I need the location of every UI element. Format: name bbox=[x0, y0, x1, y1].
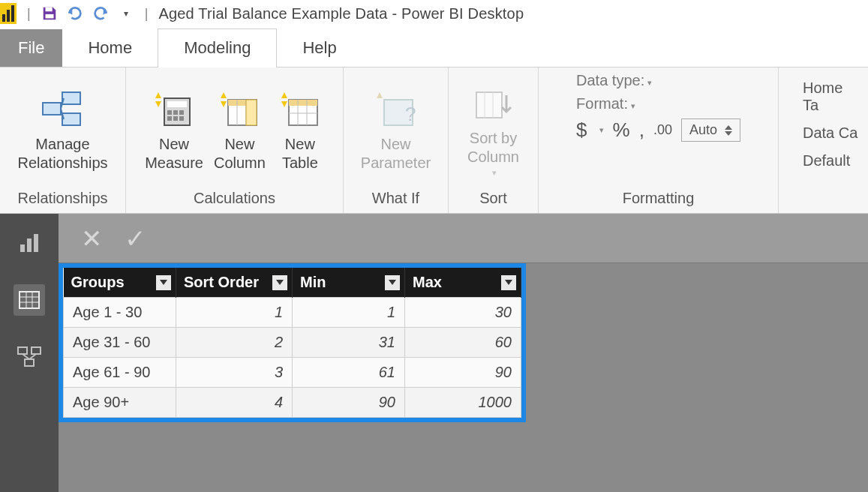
data-view-button[interactable] bbox=[14, 284, 45, 316]
cell-group[interactable]: Age 61 - 90 bbox=[64, 358, 176, 388]
comma-button[interactable]: , bbox=[639, 118, 644, 142]
svg-rect-1 bbox=[45, 14, 53, 18]
redo-button[interactable] bbox=[91, 4, 110, 23]
ribbon: Manage Relationships Relationships New M… bbox=[0, 68, 868, 214]
ribbon-group-relationships: Manage Relationships Relationships bbox=[0, 68, 126, 213]
cell-sort[interactable]: 2 bbox=[176, 328, 293, 358]
svg-rect-19 bbox=[246, 100, 257, 125]
data-table: Groups Sort Order Min Max bbox=[59, 263, 526, 422]
sort-by-column-button[interactable]: Sort by Column ▾ bbox=[467, 80, 519, 178]
new-measure-label: New Measure bbox=[145, 135, 203, 172]
data-category-dropdown[interactable]: Data Ca bbox=[803, 124, 857, 142]
svg-rect-38 bbox=[18, 347, 27, 354]
table-row[interactable]: Age 90+ 4 90 1000 bbox=[64, 388, 521, 418]
tab-help[interactable]: Help bbox=[277, 29, 362, 67]
cell-min[interactable]: 90 bbox=[293, 388, 405, 418]
sort-by-column-icon bbox=[469, 80, 517, 128]
save-button[interactable] bbox=[40, 4, 59, 23]
undo-button[interactable] bbox=[65, 4, 85, 23]
datatype-label: Data type: bbox=[576, 72, 644, 88]
cell-max[interactable]: 30 bbox=[405, 298, 521, 328]
view-rail bbox=[0, 214, 59, 492]
decimal-places-input[interactable]: Auto bbox=[681, 118, 740, 142]
chevron-down-icon: ▾ bbox=[647, 78, 652, 87]
svg-rect-14 bbox=[179, 116, 184, 121]
cell-sort[interactable]: 3 bbox=[176, 358, 293, 388]
table-row[interactable]: Age 31 - 60 2 31 60 bbox=[64, 328, 521, 358]
cell-min[interactable]: 31 bbox=[293, 328, 405, 358]
ribbon-group-sort: Sort by Column ▾ Sort bbox=[449, 68, 539, 213]
title-bar: | ▾ | Aged Trial Balance Example Data - … bbox=[0, 0, 868, 27]
svg-rect-0 bbox=[45, 8, 52, 12]
column-header-label: Max bbox=[413, 274, 442, 290]
cell-sort[interactable]: 4 bbox=[176, 388, 293, 418]
table-row[interactable]: Age 1 - 30 1 1 30 bbox=[64, 298, 521, 328]
datatype-dropdown[interactable]: Data type:▾ bbox=[576, 72, 652, 89]
new-measure-button[interactable]: New Measure bbox=[145, 86, 203, 172]
new-table-button[interactable]: New Table bbox=[276, 86, 324, 172]
ribbon-group-formatting: Data type:▾ Format:▾ $▾ % , .00 Auto For… bbox=[539, 68, 779, 213]
column-header-label: Sort Order bbox=[184, 274, 259, 290]
new-parameter-button[interactable]: ? New Parameter bbox=[361, 86, 431, 172]
cell-max[interactable]: 90 bbox=[405, 358, 521, 388]
menu-tabs: File Home Modeling Help bbox=[0, 27, 868, 68]
column-filter-dropdown[interactable] bbox=[385, 275, 400, 290]
manage-relationships-button[interactable]: Manage Relationships bbox=[17, 86, 107, 172]
cell-group[interactable]: Age 90+ bbox=[64, 388, 176, 418]
column-header-sort-order[interactable]: Sort Order bbox=[176, 268, 293, 298]
separator: | bbox=[27, 6, 31, 22]
home-table-dropdown[interactable]: Home Ta bbox=[803, 80, 859, 114]
cell-min[interactable]: 1 bbox=[293, 298, 405, 328]
format-dropdown[interactable]: Format:▾ bbox=[576, 95, 635, 112]
quick-access-customize[interactable]: ▾ bbox=[116, 4, 136, 23]
tab-modeling[interactable]: Modeling bbox=[158, 28, 277, 68]
column-filter-dropdown[interactable] bbox=[156, 275, 171, 290]
svg-rect-27 bbox=[476, 92, 502, 118]
new-column-button[interactable]: New Column bbox=[214, 86, 266, 172]
column-header-max[interactable]: Max bbox=[405, 268, 521, 298]
window-title: Aged Trial Balance Example Data - Power … bbox=[158, 5, 524, 22]
spinner-icon bbox=[725, 125, 732, 136]
percent-button[interactable]: % bbox=[613, 118, 630, 142]
new-table-label: New Table bbox=[282, 135, 318, 172]
main-area: ✕ ✓ Groups Sort Order bbox=[0, 214, 868, 492]
report-view-button[interactable] bbox=[14, 227, 45, 259]
ribbon-group-label: Sort bbox=[479, 185, 507, 210]
currency-button[interactable]: $ bbox=[576, 118, 587, 142]
table-body: Age 1 - 30 1 1 30 Age 31 - 60 2 31 60 Ag… bbox=[64, 298, 521, 418]
svg-rect-11 bbox=[179, 110, 184, 115]
decimal-button[interactable]: .00 bbox=[653, 122, 672, 138]
tab-file[interactable]: File bbox=[0, 29, 62, 67]
column-header-groups[interactable]: Groups bbox=[64, 268, 176, 298]
cell-max[interactable]: 60 bbox=[405, 328, 521, 358]
cell-max[interactable]: 1000 bbox=[405, 388, 521, 418]
formula-bar[interactable]: ✕ ✓ bbox=[59, 214, 868, 263]
column-filter-dropdown[interactable] bbox=[272, 275, 287, 290]
work-surface: ✕ ✓ Groups Sort Order bbox=[59, 214, 868, 492]
tab-home[interactable]: Home bbox=[62, 29, 158, 67]
cell-sort[interactable]: 1 bbox=[176, 298, 293, 328]
cell-min[interactable]: 61 bbox=[293, 358, 405, 388]
new-parameter-label: New Parameter bbox=[361, 135, 431, 172]
column-header-label: Groups bbox=[71, 274, 125, 290]
cell-group[interactable]: Age 1 - 30 bbox=[64, 298, 176, 328]
manage-relationships-icon bbox=[38, 86, 86, 134]
svg-rect-13 bbox=[173, 116, 178, 121]
model-view-button[interactable] bbox=[14, 341, 45, 373]
svg-rect-31 bbox=[27, 238, 32, 252]
new-measure-icon bbox=[150, 86, 198, 134]
cell-group[interactable]: Age 31 - 60 bbox=[64, 328, 176, 358]
default-summarization-dropdown[interactable]: Default bbox=[803, 152, 850, 170]
column-header-label: Min bbox=[300, 274, 326, 290]
svg-rect-30 bbox=[20, 244, 25, 252]
svg-rect-9 bbox=[167, 110, 172, 115]
chevron-down-icon: ▾ bbox=[599, 125, 604, 135]
column-header-min[interactable]: Min bbox=[293, 268, 405, 298]
cancel-formula-icon[interactable]: ✕ bbox=[81, 224, 102, 254]
svg-rect-39 bbox=[32, 347, 41, 354]
column-filter-dropdown[interactable] bbox=[501, 275, 516, 290]
commit-formula-icon[interactable]: ✓ bbox=[125, 224, 146, 254]
table-row[interactable]: Age 61 - 90 3 61 90 bbox=[64, 358, 521, 388]
chevron-down-icon: ▾ bbox=[492, 168, 497, 178]
svg-line-41 bbox=[23, 354, 29, 359]
